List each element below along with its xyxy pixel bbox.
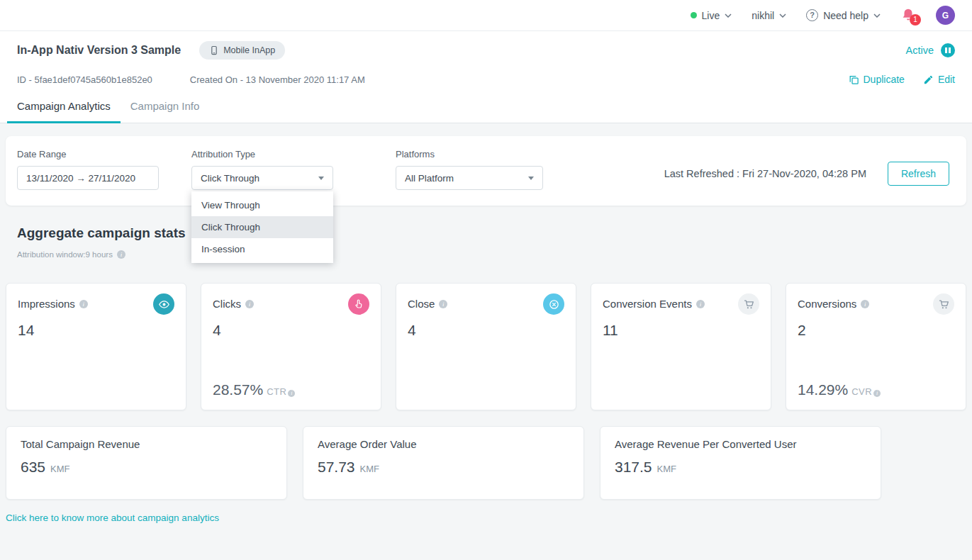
top-bar: Live nikhil Need help 1 G (0, 0, 972, 31)
campaign-header: In-App Nativ Version 3 Sample Mobile InA… (0, 31, 972, 89)
revenue-label: Average Order Value (318, 438, 569, 450)
info-icon[interactable] (873, 390, 881, 397)
notification-badge: 1 (910, 14, 921, 26)
ctr-label: CTR (267, 386, 286, 397)
revenue-card-aov: Average Order Value 57.73 KMF (303, 426, 584, 500)
info-icon[interactable] (439, 300, 447, 308)
stat-label: Close (408, 298, 435, 310)
pause-icon (945, 47, 947, 53)
info-icon[interactable] (288, 390, 295, 397)
section-title: Aggregate campaign stats (17, 225, 955, 241)
attribution-type-select[interactable]: Click Through (191, 166, 333, 190)
info-icon[interactable] (861, 300, 869, 308)
tab-bar: Campaign Analytics Campaign Info (0, 89, 972, 123)
live-status-dot (691, 12, 697, 18)
stat-card-conversions: Conversions 2 14.29% CVR (786, 283, 966, 410)
stat-label: Impressions (18, 298, 75, 310)
refresh-button[interactable]: Refresh (888, 162, 949, 186)
edit-button[interactable]: Edit (923, 74, 955, 85)
channel-badge-label: Mobile InApp (223, 45, 275, 55)
need-help-menu[interactable]: Need help (806, 9, 881, 21)
chevron-down-icon (873, 13, 881, 18)
date-range-label: Date Range (17, 149, 159, 159)
tab-campaign-analytics[interactable]: Campaign Analytics (7, 89, 121, 123)
stat-value: 2 (798, 322, 954, 339)
mobile-phone-icon (209, 45, 219, 55)
revenue-label: Total Campaign Revenue (21, 438, 272, 450)
duplicate-icon (849, 74, 859, 85)
stat-value: 4 (213, 322, 369, 339)
revenue-label: Average Revenue Per Converted User (615, 438, 866, 450)
revenue-card-total: Total Campaign Revenue 635 KMF (6, 426, 287, 500)
platforms-value: All Platform (405, 173, 454, 184)
user-menu[interactable]: nikhil (752, 10, 786, 21)
duplicate-button[interactable]: Duplicate (849, 74, 905, 85)
stat-value: 11 (603, 322, 759, 339)
date-range-group: Date Range 13/11/2020 → 27/11/2020 (17, 149, 159, 190)
campaign-id: ID - 5fae1def0745a560b1e852e0 (17, 74, 152, 85)
ctr-value: 28.57% (213, 381, 263, 398)
created-on: Created On - 13 November 2020 11:17 AM (190, 74, 365, 85)
stat-label: Clicks (213, 298, 241, 310)
platforms-group: Platforms All Platform (396, 149, 543, 190)
chevron-down-icon (779, 13, 786, 18)
info-icon[interactable] (79, 300, 88, 308)
avatar[interactable]: G (936, 6, 955, 25)
close-circle-icon (543, 293, 564, 315)
analytics-content: Date Range 13/11/2020 → 27/11/2020 Attri… (0, 123, 972, 524)
date-range-input[interactable]: 13/11/2020 → 27/11/2020 (17, 166, 159, 190)
revenue-cards-row: Total Campaign Revenue 635 KMF Average O… (6, 426, 966, 500)
notifications-button[interactable]: 1 (900, 7, 916, 24)
live-label: Live (702, 10, 720, 21)
help-icon (806, 9, 818, 21)
eye-icon (153, 293, 174, 315)
revenue-currency: KMF (50, 464, 69, 474)
revenue-currency: KMF (657, 464, 676, 474)
channel-badge: Mobile InApp (199, 41, 285, 60)
pause-campaign-button[interactable] (941, 43, 955, 57)
status-badge: Active (906, 45, 934, 56)
platforms-select[interactable]: All Platform (396, 166, 543, 190)
platforms-label: Platforms (396, 149, 543, 159)
info-icon[interactable] (245, 300, 254, 308)
revenue-value: 57.73 (318, 459, 355, 476)
dropdown-option-click-through[interactable]: Click Through (191, 216, 333, 238)
revenue-value: 317.5 (615, 459, 652, 476)
live-mode-dropdown[interactable]: Live (691, 10, 732, 21)
cart-icon (933, 293, 954, 315)
attribution-type-label: Attribution Type (191, 149, 333, 159)
stat-cards-row: Impressions 14 Clicks (6, 283, 966, 410)
stat-card-close: Close 4 (396, 283, 576, 410)
stat-label: Conversions (798, 298, 856, 310)
need-help-label: Need help (823, 10, 868, 21)
info-icon[interactable] (696, 300, 705, 308)
campaign-analytics-help-link[interactable]: Click here to know more about campaign a… (6, 513, 219, 523)
duplicate-label: Duplicate (864, 74, 905, 85)
tap-icon (348, 293, 369, 315)
attribution-window-text: Attribution window:9 hours (17, 250, 113, 259)
stat-label: Conversion Events (603, 298, 692, 310)
campaign-title: In-App Nativ Version 3 Sample (17, 44, 181, 57)
edit-pencil-icon (923, 74, 934, 85)
info-icon[interactable] (117, 250, 125, 259)
dropdown-option-in-session[interactable]: In-session (191, 238, 333, 260)
user-name: nikhil (752, 10, 774, 21)
cvr-value: 14.29% (798, 381, 848, 398)
last-refreshed-text: Last Refreshed : Fri 27-Nov-2020, 04:28 … (664, 168, 866, 179)
revenue-value: 635 (21, 459, 45, 476)
dropdown-option-view-through[interactable]: View Through (191, 194, 333, 216)
attribution-dropdown-panel: View Through Click Through In-session (191, 191, 333, 263)
stat-value: 4 (408, 322, 564, 339)
chevron-down-icon (725, 13, 732, 18)
select-arrow-icon (528, 177, 534, 180)
edit-label: Edit (938, 74, 955, 85)
stat-card-conversion-events: Conversion Events 11 (591, 283, 771, 410)
filters-card: Date Range 13/11/2020 → 27/11/2020 Attri… (6, 136, 966, 206)
cvr-label: CVR (851, 386, 872, 397)
tab-campaign-info[interactable]: Campaign Info (121, 89, 210, 123)
select-arrow-icon (318, 177, 324, 180)
revenue-currency: KMF (360, 464, 379, 474)
stat-value: 14 (18, 322, 174, 339)
attribution-type-value: Click Through (201, 173, 259, 184)
cart-icon (738, 293, 759, 315)
